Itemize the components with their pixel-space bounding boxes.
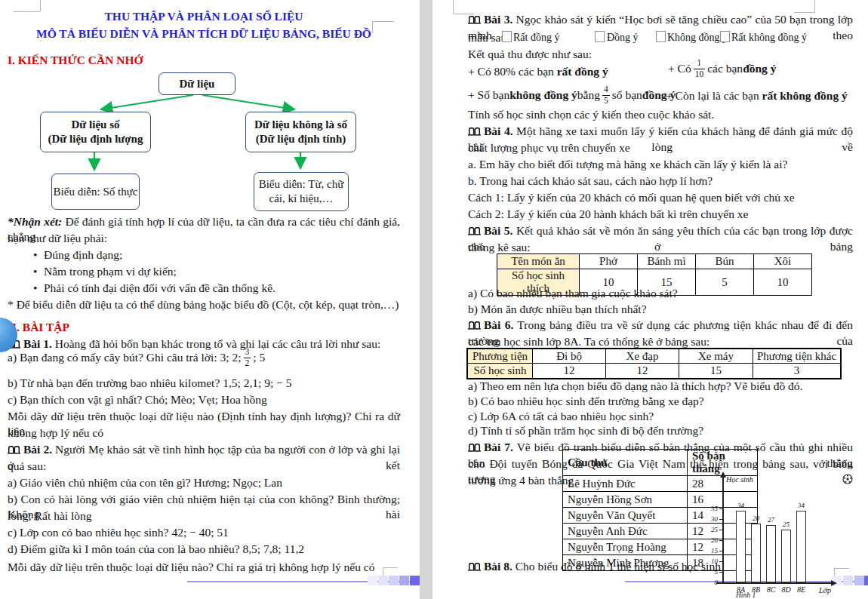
remark-line2: hạn như dữ liệu phải: bbox=[8, 231, 107, 246]
table-header-cell: Cầu thủ bbox=[563, 450, 688, 476]
bai6-label: Bài 6. bbox=[484, 318, 513, 331]
bai4-intro-line2: chất lượng phục vụ trên chuyến xe bbox=[468, 140, 630, 155]
flow-node-root: Dữ liệu bbox=[159, 72, 235, 95]
crop-mark bbox=[814, 0, 815, 12]
result-text: + Còn lại là các bạn bbox=[666, 89, 762, 102]
book-icon bbox=[468, 318, 481, 333]
table-cell: Đi bộ bbox=[533, 349, 606, 364]
fraction-denominator: 10 bbox=[694, 69, 706, 79]
note-representation: * Để biểu diễn dữ liệu ta có thể dùng bả… bbox=[8, 297, 399, 312]
flow-node-label: Biểu diễn: Từ, chữ bbox=[259, 177, 344, 192]
table-cell: Bún bbox=[696, 254, 754, 269]
table-cell: Lê Huỳnh Đức bbox=[563, 476, 688, 492]
table-cell: Phở bbox=[580, 254, 638, 269]
footer-square bbox=[410, 576, 420, 585]
bar-value-label: 34 bbox=[793, 502, 809, 509]
flow-node-label: Dữ liệu bbox=[180, 77, 215, 91]
bar-value-label: 34 bbox=[733, 502, 749, 509]
book-icon bbox=[468, 224, 481, 239]
bai4-item-a: a. Em hãy cho biết đối tượng mà hãng xe … bbox=[468, 157, 787, 172]
result-bold: đồng ý bbox=[743, 61, 776, 76]
checkbox-icon bbox=[595, 31, 605, 42]
bar-8E bbox=[796, 511, 806, 582]
table-cell: Nguyễn Trọng Hoàng bbox=[563, 539, 688, 555]
y-axis-arrow bbox=[720, 472, 726, 478]
fraction-denominator: 2 bbox=[244, 358, 251, 368]
table-cell: Xe máy bbox=[679, 349, 753, 364]
flow-node-label: cái, kí hiệu,… bbox=[269, 192, 334, 206]
y-tick-mark bbox=[719, 540, 722, 541]
bai2-intro-line2: quả sau: bbox=[8, 459, 46, 474]
result-bold: rất không đồng ý bbox=[762, 89, 848, 102]
y-tick-label: 35 bbox=[704, 505, 718, 512]
book-icon bbox=[468, 124, 481, 140]
table-cell: 3 bbox=[753, 364, 842, 379]
chart-y-axis-label: Học sinh bbox=[726, 475, 753, 484]
bar-8B bbox=[751, 524, 761, 582]
flow-node-non-numeric: Dữ liệu không là số (Dữ liệu định tính) bbox=[245, 112, 356, 152]
table-cell: Xôi bbox=[754, 254, 812, 269]
bai6-item-c: c) Lớp 6A có tất cả bao nhiêu học sinh? bbox=[468, 409, 654, 424]
checkbox-icon bbox=[656, 31, 666, 42]
y-tick-label: 25 bbox=[704, 526, 718, 533]
fraction-4-5: 45 bbox=[602, 84, 610, 105]
flow-node-label: (Dữ liệu định tính) bbox=[256, 132, 346, 146]
y-tick-label: 30 bbox=[704, 515, 718, 523]
bai1-item-b: b) Từ nhà bạn đến trường bao nhiêu kilom… bbox=[8, 376, 292, 391]
bar-value-label: 25 bbox=[778, 521, 794, 528]
flow-node-label: Dữ liệu số bbox=[71, 118, 119, 132]
x-category-label: 8A bbox=[733, 585, 749, 594]
bai1-question-line2: không hợp lý nếu có bbox=[8, 425, 103, 441]
y-tick-label: 10 bbox=[704, 558, 718, 565]
footer-square bbox=[378, 576, 388, 585]
bai2-item-d: d) Điểm giữa kì I môn toán của con là ba… bbox=[8, 542, 304, 557]
bullet-item: •Đúng định dạng; bbox=[44, 247, 122, 263]
table-cell: Xe đạp bbox=[606, 349, 679, 364]
table-cell: 12 bbox=[606, 364, 679, 379]
x-axis-line bbox=[716, 582, 831, 584]
result-bold: rất đồng ý bbox=[557, 65, 608, 78]
y-tick-label: 0 bbox=[704, 579, 718, 586]
bai6-table: Phương tiện Đi bộ Xe đạp Xe máy Phương t… bbox=[466, 348, 842, 379]
bai1-a-text: a) Bạn đang có mấy cây bút? Ghi câu trả … bbox=[8, 350, 242, 365]
bai2-label: Bài 2. bbox=[23, 443, 52, 456]
bar-value-label: 28 bbox=[748, 515, 764, 522]
bai6-item-a: a) Theo em nên lựa chọn biểu đồ dạng nào… bbox=[468, 379, 802, 394]
table-cell: Bánh mì bbox=[638, 254, 696, 269]
chart-x-axis-label: Lớp bbox=[819, 586, 831, 594]
bar-8D bbox=[781, 530, 791, 582]
table-row: Tên món ăn Phở Bánh mì Bún Xôi bbox=[497, 254, 812, 269]
bai5-item-a: a) Có bao nhiêu bạn tham gia cuộc khảo s… bbox=[468, 286, 678, 301]
table-cell: 5 bbox=[696, 269, 754, 296]
y-tick-mark bbox=[719, 508, 722, 509]
table-row: Phương tiện Đi bộ Xe đạp Xe máy Phương t… bbox=[467, 349, 841, 364]
bai1-a-tail: ; 5 bbox=[253, 350, 265, 365]
fraction-numerator: 3 bbox=[244, 347, 251, 357]
y-tick-mark bbox=[719, 561, 722, 562]
table-cell: Số học sinh bbox=[467, 364, 533, 379]
flow-node-label: (Dữ liệu định lượng bbox=[48, 132, 143, 146]
bai3-result-2-left: + Số bạn không đồng ý bằng 45 số bạn đồn… bbox=[468, 83, 676, 107]
book-icon bbox=[8, 443, 20, 458]
bar-8A bbox=[736, 511, 746, 582]
fraction-numerator: 1 bbox=[696, 58, 703, 68]
y-tick-label: 15 bbox=[704, 547, 718, 554]
result-text: bằng bbox=[577, 88, 600, 103]
crop-mark bbox=[453, 0, 454, 14]
right-page: Bài 3. Ngọc khảo sát ý kiến “Học bơi sẽ … bbox=[432, 0, 868, 599]
class-size-bar-chart: Học sinh Lớp Hình 1 05101520253035348A28… bbox=[704, 472, 868, 599]
bai2-item-c: c) Lớp con có bao nhiêu học sinh? 42; − … bbox=[8, 525, 229, 540]
section-heading-knowledge: I. KIẾN THỨC CẦN NHỚ bbox=[8, 53, 143, 68]
result-text: + Có 80% các bạn bbox=[468, 65, 557, 78]
y-tick-label: 5 bbox=[704, 568, 718, 576]
bai1-item-c: c) Bạn thích con vật gì nhất? Chó; Mèo; … bbox=[8, 392, 267, 407]
bai3-closing: Tính số học sinh chọn các ý kiến theo cu… bbox=[468, 107, 714, 122]
table-cell: Nguyễn Văn Quyết bbox=[563, 508, 688, 524]
y-tick-mark bbox=[719, 551, 722, 551]
bai3-option-4: Rất không đồng ý bbox=[731, 30, 807, 45]
bai5-intro-line2: thống kê sau: bbox=[468, 240, 531, 255]
footer-square bbox=[389, 576, 399, 585]
bai2-question: Mỗi dãy dữ liệu trên thuộc loại dữ liệu … bbox=[8, 560, 374, 575]
crop-mark bbox=[383, 567, 398, 568]
bullet-text: Phải có tính đại diện đối với vấn đề cần… bbox=[44, 281, 275, 294]
